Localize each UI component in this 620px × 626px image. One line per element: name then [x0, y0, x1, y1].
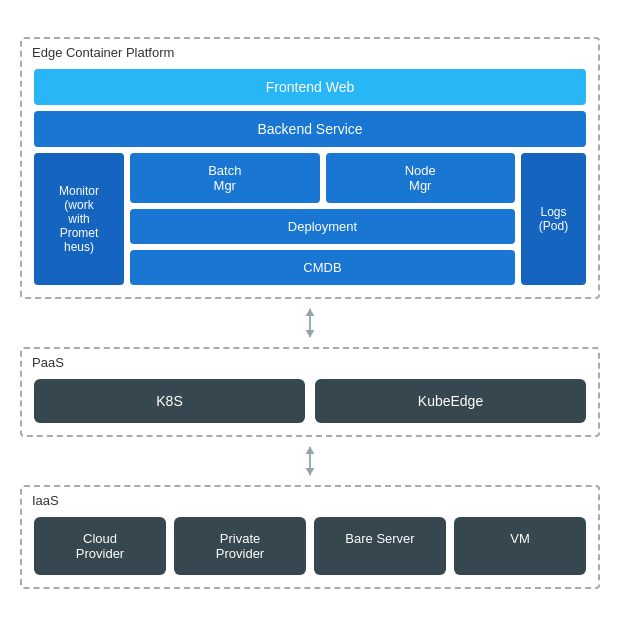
paas-label: PaaS [32, 355, 64, 370]
cloud-provider-box: CloudProvider [34, 517, 166, 575]
middle-row: Monitor(workwithPrometheus) BatchMgr Nod… [34, 153, 586, 285]
ecp-section: Edge Container Platform Frontend Web Bac… [20, 37, 600, 299]
k8s-box: K8S [34, 379, 305, 423]
ecp-content: Frontend Web Backend Service Monitor(wor… [34, 69, 586, 285]
svg-marker-5 [306, 468, 315, 475]
monitor-box: Monitor(workwithPrometheus) [34, 153, 124, 285]
architecture-diagram: Edge Container Platform Frontend Web Bac… [20, 37, 600, 589]
arrow-svg-2 [295, 445, 325, 477]
svg-marker-2 [306, 330, 315, 337]
node-mgr-box: NodeMgr [326, 153, 516, 203]
arrow-svg-1 [295, 307, 325, 339]
vm-box: VM [454, 517, 586, 575]
batch-mgr-box: BatchMgr [130, 153, 320, 203]
logs-box: Logs(Pod) [521, 153, 586, 285]
kubeedge-box: KubeEdge [315, 379, 586, 423]
iaas-section: IaaS CloudProvider PrivateProvider Bare … [20, 485, 600, 589]
frontend-web-box: Frontend Web [34, 69, 586, 105]
backend-service-box: Backend Service [34, 111, 586, 147]
arrow-paas-iaas [20, 445, 600, 477]
svg-marker-1 [306, 309, 315, 316]
paas-content: K8S KubeEdge [34, 379, 586, 423]
ecp-label: Edge Container Platform [32, 45, 174, 60]
bare-server-box: Bare Server [314, 517, 446, 575]
arrow-ecp-paas [20, 307, 600, 339]
deployment-box: Deployment [130, 209, 515, 244]
svg-marker-4 [306, 447, 315, 454]
iaas-label: IaaS [32, 493, 59, 508]
iaas-content: CloudProvider PrivateProvider Bare Serve… [34, 517, 586, 575]
middle-top-row: BatchMgr NodeMgr [130, 153, 515, 203]
cmdb-box: CMDB [130, 250, 515, 285]
middle-inner: BatchMgr NodeMgr Deployment CMDB [130, 153, 515, 285]
paas-section: PaaS K8S KubeEdge [20, 347, 600, 437]
private-provider-box: PrivateProvider [174, 517, 306, 575]
